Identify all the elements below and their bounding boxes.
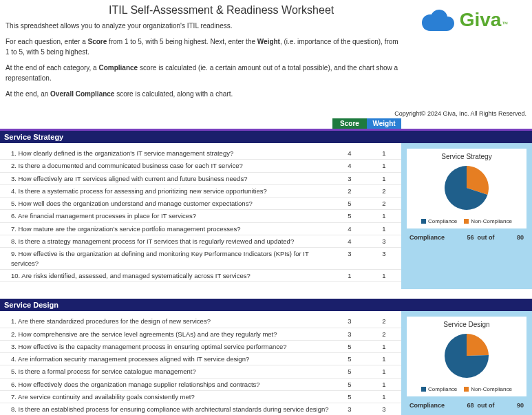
weight-cell[interactable]: 2 <box>367 187 401 195</box>
comp-word: Compliance <box>409 234 445 241</box>
t: Score <box>88 38 107 45</box>
chart-card: Service Design Compliance Non-Compliance <box>407 317 526 396</box>
chart-title: Service Design <box>409 321 524 328</box>
question-text: 4. Are information security management p… <box>0 354 332 363</box>
score-cell[interactable]: 5 <box>332 211 367 220</box>
weight-cell[interactable]: 1 <box>367 211 401 220</box>
question-text: 8. Is there an established process for e… <box>0 405 332 414</box>
pie-wrap <box>409 163 524 213</box>
t: from 1 to 5, with 5 being highest. Next,… <box>107 38 257 45</box>
score-cell[interactable]: 3 <box>332 330 367 339</box>
score-cell[interactable]: 2 <box>332 187 367 195</box>
header: ITIL Self-Assessment & Readiness Workshe… <box>0 0 532 107</box>
question-row: 5. Is there a formal process for service… <box>0 365 401 378</box>
legend-label: Non-Compliance <box>471 218 512 224</box>
score-cell[interactable]: 3 <box>332 249 367 268</box>
t: At the end of each category, a <box>6 64 98 72</box>
question-text: 2. Is there a documented and communicate… <box>0 161 332 170</box>
logo-text: Giva <box>460 9 502 31</box>
comp-total: 80 <box>517 234 524 241</box>
pie-chart <box>439 163 494 213</box>
score-cell[interactable]: 5 <box>332 367 367 376</box>
question-text: 1. How clearly defined is the organizati… <box>0 149 332 158</box>
weight-cell[interactable]: 1 <box>367 174 401 183</box>
weight-cell[interactable]: 1 <box>367 271 401 280</box>
t: For each question, enter a <box>6 38 88 45</box>
chart-card: Service Strategy Compliance Non-Complian… <box>407 149 526 228</box>
pie-chart <box>439 331 494 381</box>
score-header: Score <box>332 118 367 129</box>
swatch <box>421 219 426 224</box>
question-text: 2. How comprehensive are the service lev… <box>0 330 332 339</box>
score-cell[interactable]: 1 <box>332 271 367 280</box>
outof: out of <box>478 402 495 409</box>
legend-noncompliance: Non-Compliance <box>464 218 512 224</box>
question-row: 3. How effective is the capacity managem… <box>0 341 401 353</box>
score-cell[interactable]: 5 <box>332 380 367 389</box>
score-cell[interactable]: 4 <box>332 224 367 233</box>
question-text: 5. How well does the organization unders… <box>0 199 332 208</box>
question-row: 8. Is there a strategy management proces… <box>0 235 401 248</box>
weight-cell[interactable]: 1 <box>367 224 401 233</box>
question-row: 6. Are financial management processes in… <box>0 210 401 222</box>
swatch <box>421 387 426 392</box>
question-row: 7. How mature are the organization's ser… <box>0 223 401 235</box>
legend-compliance: Compliance <box>421 386 457 392</box>
logo-tm: ™ <box>502 21 508 28</box>
weight-cell[interactable]: 2 <box>367 317 401 326</box>
weight-cell[interactable]: 1 <box>367 342 401 351</box>
legend: Compliance Non-Compliance <box>409 386 524 392</box>
score-cell[interactable]: 3 <box>332 174 367 183</box>
weight-cell[interactable]: 1 <box>367 380 401 389</box>
score-cell[interactable]: 4 <box>332 237 367 246</box>
question-text: 4. Is there a systematic process for ass… <box>0 187 332 195</box>
question-text: 9. How effective is the organization at … <box>0 249 332 268</box>
spacer <box>0 118 332 129</box>
weight-cell[interactable]: 2 <box>367 330 401 339</box>
score-cell[interactable]: 5 <box>332 342 367 351</box>
legend: Compliance Non-Compliance <box>409 218 524 224</box>
weight-cell[interactable]: 3 <box>367 237 401 246</box>
weight-cell[interactable]: 2 <box>367 199 401 208</box>
question-column: 1. How clearly defined is the organizati… <box>0 143 401 289</box>
weight-cell[interactable]: 3 <box>367 405 401 414</box>
spacer <box>401 118 532 129</box>
question-text: 3. How effectively are IT services align… <box>0 174 332 183</box>
t: Weight <box>257 38 280 45</box>
comp-score: 68 <box>467 402 474 409</box>
question-row: 2. How comprehensive are the service lev… <box>0 328 401 341</box>
question-row: 9. How effective is the organization at … <box>0 248 401 270</box>
question-text: 3. How effective is the capacity managem… <box>0 342 332 351</box>
copyright: Copyright© 2024 Giva, Inc. All Rights Re… <box>0 107 532 118</box>
comp-word: Compliance <box>409 402 445 409</box>
logo: Giva ™ <box>403 8 526 32</box>
category-body: 1. How clearly defined is the organizati… <box>0 143 532 289</box>
category-header: Service Strategy <box>0 129 532 143</box>
question-row: 3. How effectively are IT services align… <box>0 173 401 185</box>
question-row: 1. Are there standardized procedures for… <box>0 315 401 328</box>
question-text: 10. Are risks identified, assessed, and … <box>0 271 332 280</box>
score-cell[interactable]: 3 <box>332 405 367 414</box>
chart-title: Service Strategy <box>409 153 524 160</box>
category-body: 1. Are there standardized procedures for… <box>0 311 532 415</box>
column-headers: Score Weight <box>0 118 532 129</box>
score-cell[interactable]: 5 <box>332 392 367 401</box>
header-text: ITIL Self-Assessment & Readiness Workshe… <box>6 4 403 105</box>
weight-cell[interactable]: 1 <box>367 161 401 170</box>
score-cell[interactable]: 3 <box>332 317 367 326</box>
score-cell[interactable]: 5 <box>332 354 367 363</box>
weight-cell[interactable]: 1 <box>367 149 401 158</box>
side-panel: Service Design Compliance Non-Compliance… <box>401 311 532 415</box>
intro-line-3: At the end of each category, a Complianc… <box>6 63 403 83</box>
score-cell[interactable]: 5 <box>332 199 367 208</box>
score-cell[interactable]: 4 <box>332 149 367 158</box>
score-cell[interactable]: 4 <box>332 161 367 170</box>
question-row: 6. How effectively does the organization… <box>0 379 401 391</box>
weight-cell[interactable]: 1 <box>367 354 401 363</box>
legend-label: Compliance <box>428 218 457 224</box>
question-text: 6. Are financial management processes in… <box>0 211 332 220</box>
weight-cell[interactable]: 1 <box>367 392 401 401</box>
question-text: 7. Are service continuity and availabili… <box>0 392 332 401</box>
weight-cell[interactable]: 3 <box>367 249 401 268</box>
weight-cell[interactable]: 1 <box>367 367 401 376</box>
